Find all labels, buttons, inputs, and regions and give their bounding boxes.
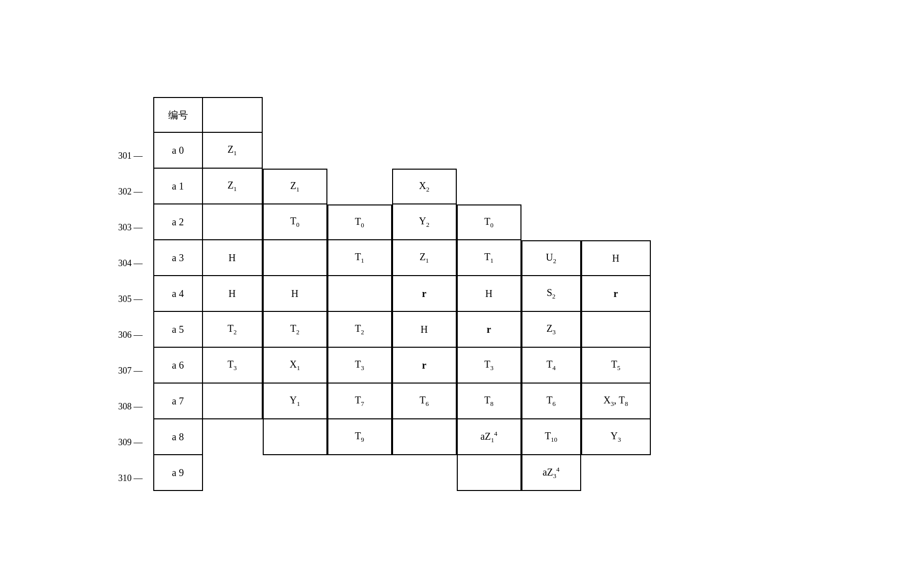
label-310-text: 310 bbox=[118, 473, 132, 484]
row-a5-col2: T2 bbox=[263, 312, 327, 348]
row-a5-col0: a 5 bbox=[153, 312, 203, 348]
row-a4-col7: r bbox=[581, 276, 651, 312]
row-a2-col0: a 2 bbox=[153, 204, 203, 240]
r11-c4-empty bbox=[392, 455, 457, 491]
row-a8-col5: aZ14 bbox=[457, 419, 521, 455]
row-a0-col1: Z1 bbox=[203, 133, 263, 169]
r11-c3-empty bbox=[327, 455, 392, 491]
r4-c6-empty bbox=[521, 204, 581, 240]
row-a9-col6: aZ34 bbox=[521, 455, 581, 491]
row-a5-col1: T2 bbox=[203, 312, 263, 348]
row-a6-col6: T4 bbox=[521, 348, 581, 384]
label-304-text: 304 bbox=[118, 258, 132, 269]
label-308-text: 308 bbox=[118, 401, 132, 412]
row-label-301: 301— bbox=[118, 151, 143, 161]
row-a5-col3: T2 bbox=[327, 312, 392, 348]
row-a7-col4: T6 bbox=[392, 384, 457, 419]
header-col3-empty bbox=[327, 97, 392, 133]
label-303-text: 303 bbox=[118, 222, 132, 233]
row-a1-col4: X2 bbox=[392, 169, 457, 204]
row-a4-col5: H bbox=[457, 276, 521, 312]
row-a6-col7: T5 bbox=[581, 348, 651, 384]
row-a4-col6: S2 bbox=[521, 276, 581, 312]
row-a8-col4 bbox=[392, 419, 457, 455]
r2-c3-empty bbox=[327, 133, 392, 169]
label-306-text: 306 bbox=[118, 330, 132, 340]
row-a8-col7: Y3 bbox=[581, 419, 651, 455]
row-a2-col4: Y2 bbox=[392, 204, 457, 240]
row-a4-col0: a 4 bbox=[153, 276, 203, 312]
row-label-302: 302— bbox=[118, 187, 143, 197]
row-a3-col0: a 3 bbox=[153, 240, 203, 276]
label-309-text: 309 bbox=[118, 437, 132, 448]
row-a7-col3: T7 bbox=[327, 384, 392, 419]
row-a6-col2: X1 bbox=[263, 348, 327, 384]
row-a2-col3: T0 bbox=[327, 204, 392, 240]
row-a8-col6: T10 bbox=[521, 419, 581, 455]
r11-c1-empty bbox=[203, 455, 263, 491]
label-301-text: 301 bbox=[118, 151, 132, 161]
row-a3-col6: U2 bbox=[521, 240, 581, 276]
row-a4-col2: H bbox=[263, 276, 327, 312]
row-a2-col5: T0 bbox=[457, 204, 521, 240]
main-table: 编号 a 0 Z1 bbox=[153, 97, 651, 491]
row-a0-col0: a 0 bbox=[153, 133, 203, 169]
row-a6-col0: a 6 bbox=[153, 348, 203, 384]
row-a3-col2 bbox=[263, 240, 327, 276]
row-a8-col3: T9 bbox=[327, 419, 392, 455]
row-a9-col0: a 9 bbox=[153, 455, 203, 491]
row-a4-col1: H bbox=[203, 276, 263, 312]
page-container: 301— 302— 303— 304— 305— 306— 307— 308— bbox=[113, 87, 810, 501]
r3-c6-empty bbox=[521, 169, 581, 204]
r2-c6-empty bbox=[521, 133, 581, 169]
row-a5-col7 bbox=[581, 312, 651, 348]
row-a7-col2: Y1 bbox=[263, 384, 327, 419]
row-a5-col4: H bbox=[392, 312, 457, 348]
row-a6-col1: T3 bbox=[203, 348, 263, 384]
header-col5-empty bbox=[457, 97, 521, 133]
row-a3-col5: T1 bbox=[457, 240, 521, 276]
r10-c1-empty bbox=[203, 419, 263, 455]
label-302-text: 302 bbox=[118, 187, 132, 197]
header-col6-empty bbox=[521, 97, 581, 133]
row-a8-col0: a 8 bbox=[153, 419, 203, 455]
row-label-307: 307— bbox=[118, 366, 143, 376]
row-a6-col5: T3 bbox=[457, 348, 521, 384]
row-a3-col4: Z1 bbox=[392, 240, 457, 276]
row-a7-col1 bbox=[203, 384, 263, 419]
row-label-310: 310— bbox=[118, 473, 143, 484]
row-a8-col2 bbox=[263, 419, 327, 455]
r11-c7-empty bbox=[581, 455, 651, 491]
header-col7-empty bbox=[581, 97, 651, 133]
row-a1-col0: a 1 bbox=[153, 169, 203, 204]
row-label-308: 308— bbox=[118, 401, 143, 412]
r4-c7-empty bbox=[581, 204, 651, 240]
row-a9-col5 bbox=[457, 455, 521, 491]
r2-c5-empty bbox=[457, 133, 521, 169]
row-a1-col1: Z1 bbox=[203, 169, 263, 204]
row-a6-col4: r bbox=[392, 348, 457, 384]
row-a7-col7: X3, T8 bbox=[581, 384, 651, 419]
row-a7-col6: T6 bbox=[521, 384, 581, 419]
row-a4-col4: r bbox=[392, 276, 457, 312]
row-a1-col2: Z1 bbox=[263, 169, 327, 204]
row-label-304: 304— bbox=[118, 258, 143, 269]
r3-c7-empty bbox=[581, 169, 651, 204]
row-label-309: 309— bbox=[118, 437, 143, 448]
row-a5-col5: r bbox=[457, 312, 521, 348]
r2-c4-empty bbox=[392, 133, 457, 169]
row-a7-col5: T8 bbox=[457, 384, 521, 419]
row-a5-col6: Z3 bbox=[521, 312, 581, 348]
r3-c5-empty bbox=[457, 169, 521, 204]
row-label-303: 303— bbox=[118, 222, 143, 233]
label-307-text: 307 bbox=[118, 366, 132, 376]
row-a3-col7: H bbox=[581, 240, 651, 276]
row-label-306: 306— bbox=[118, 330, 143, 340]
header-col4-empty bbox=[392, 97, 457, 133]
r2-c2-empty bbox=[263, 133, 327, 169]
r2-c7-empty bbox=[581, 133, 651, 169]
row-a3-col3: T1 bbox=[327, 240, 392, 276]
r11-c2-empty bbox=[263, 455, 327, 491]
row-a7-col0: a 7 bbox=[153, 384, 203, 419]
header-col0: 编号 bbox=[153, 97, 203, 133]
